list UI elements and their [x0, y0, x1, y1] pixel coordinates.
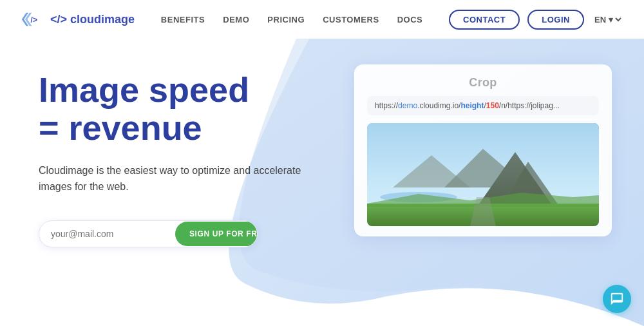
hero-content: Image speed = revenue Cloudimage is the …	[0, 39, 644, 247]
url-sep: /n/	[499, 101, 507, 110]
chat-icon	[610, 292, 624, 306]
demo-tab-label: Crop	[367, 76, 599, 90]
nav-demo[interactable]: DEMO	[223, 15, 249, 24]
mountain-svg	[367, 123, 599, 226]
navbar: /> </> cloudimage BENEFITS DEMO PRICING …	[0, 0, 644, 39]
email-input[interactable]	[39, 221, 175, 247]
logo-icon: />	[21, 10, 45, 28]
hero-subtitle: Cloudimage is the easiest way to optimiz…	[39, 163, 322, 195]
demo-image	[367, 123, 599, 226]
nav-pricing[interactable]: PRICING	[267, 15, 305, 24]
url-key1: height	[460, 101, 484, 110]
language-selector[interactable]: EN ▾ FR DE	[592, 14, 623, 25]
demo-url-bar: https://demo.cloudimg.io/height/150/n/ht…	[367, 96, 599, 115]
signup-form: SIGN UP FOR FREE	[39, 220, 258, 247]
nav-docs[interactable]: DOCS	[397, 15, 423, 24]
nav-links: BENEFITS DEMO PRICING CUSTOMERS DOCS	[161, 15, 423, 24]
nav-right: CONTACT LOGIN EN ▾ FR DE	[449, 10, 623, 30]
chat-bubble[interactable]	[603, 285, 631, 313]
url-prefix: https://	[375, 101, 398, 110]
nav-benefits[interactable]: BENEFITS	[161, 15, 205, 24]
login-button[interactable]: LOGIN	[527, 10, 584, 30]
url-val1: 150	[486, 101, 499, 110]
svg-marker-0	[22, 13, 28, 26]
nav-customers[interactable]: CUSTOMERS	[323, 15, 379, 24]
logo[interactable]: /> </> cloudimage	[21, 10, 135, 28]
url-rest: https://jolipag...	[507, 101, 560, 110]
logo-text: </> cloudimage	[50, 13, 135, 26]
contact-button[interactable]: CONTACT	[449, 10, 520, 30]
url-domain: .cloudimg.io/	[417, 101, 460, 110]
hero-right: Crop https://demo.cloudimg.io/height/150…	[354, 64, 612, 236]
svg-text:/>: />	[31, 15, 37, 24]
hero-title: Image speed = revenue	[39, 71, 322, 148]
signup-button[interactable]: SIGN UP FOR FREE	[175, 222, 258, 246]
hero-left: Image speed = revenue Cloudimage is the …	[39, 71, 322, 247]
demo-panel: Crop https://demo.cloudimg.io/height/150…	[354, 64, 612, 236]
url-demo: demo	[398, 101, 417, 110]
hero-section: Image speed = revenue Cloudimage is the …	[0, 39, 644, 326]
